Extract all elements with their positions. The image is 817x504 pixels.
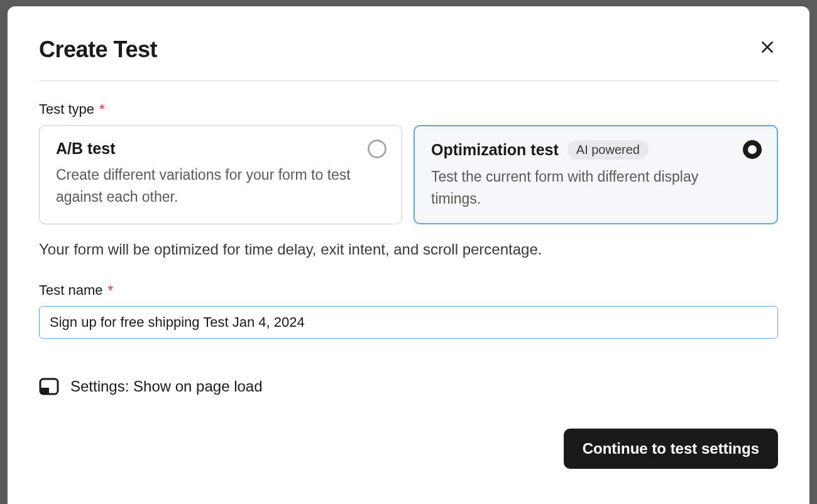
optimization-helper-text: Your form will be optimized for time del… — [39, 241, 778, 258]
create-test-modal: Create Test Test type * A/B test Create … — [8, 6, 809, 504]
option-title: Optimization test — [431, 141, 559, 159]
option-title: A/B test — [56, 140, 115, 158]
page-load-icon — [39, 376, 59, 397]
settings-text: Settings: Show on page load — [70, 378, 263, 395]
close-button[interactable] — [757, 36, 778, 58]
modal-header: Create Test — [39, 36, 778, 81]
required-indicator: * — [99, 101, 105, 118]
radio-unselected-icon — [368, 140, 387, 158]
test-type-label: Test type * — [39, 101, 778, 118]
continue-button[interactable]: Continue to test settings — [564, 429, 778, 469]
test-name-label: Test name * — [39, 282, 778, 299]
option-desc: Test the current form with different dis… — [431, 166, 728, 209]
test-type-option-ab[interactable]: A/B test Create different variations for… — [39, 125, 402, 224]
required-indicator: * — [108, 282, 114, 299]
ai-powered-badge: AI powered — [568, 140, 649, 160]
close-icon — [759, 39, 776, 55]
option-desc: Create different variations for your for… — [56, 164, 353, 207]
test-name-input[interactable] — [39, 306, 778, 339]
settings-row: Settings: Show on page load — [39, 376, 778, 397]
modal-title: Create Test — [39, 36, 157, 63]
test-type-option-optimization[interactable]: Optimization test AI powered Test the cu… — [414, 125, 778, 224]
radio-selected-icon — [743, 140, 762, 159]
modal-footer: Continue to test settings — [564, 429, 778, 469]
test-type-options: A/B test Create different variations for… — [39, 125, 778, 224]
